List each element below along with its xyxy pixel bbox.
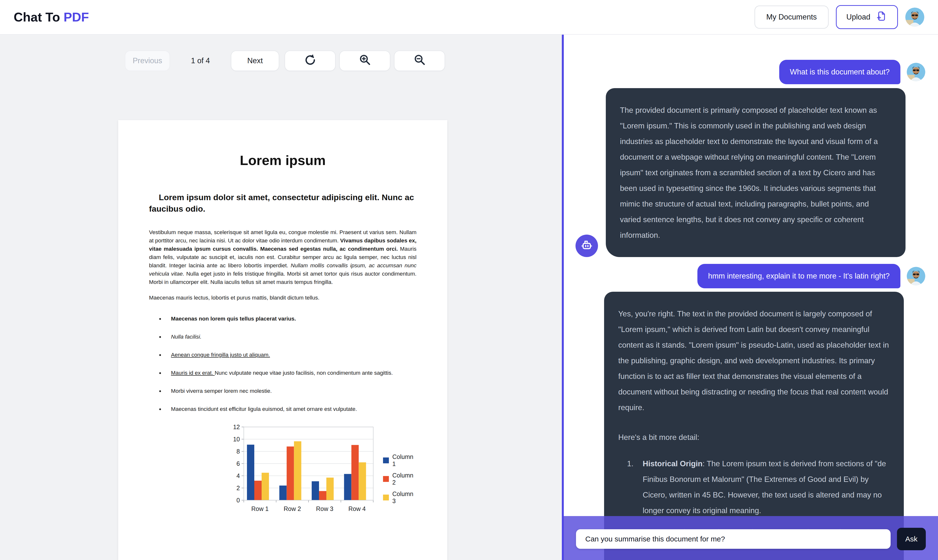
zoom-in-button[interactable]	[339, 51, 390, 71]
svg-text:4: 4	[236, 472, 240, 479]
app-header: Chat To PDF My Documents Upload	[0, 0, 938, 35]
brand-logo: Chat To PDF	[14, 10, 89, 25]
chart-bar	[294, 442, 301, 500]
list-item: Aenean congue fringilla justo ut aliquam…	[164, 351, 417, 359]
legend-label: Column 1	[392, 453, 418, 468]
list-number: 1.	[627, 456, 643, 518]
main-content: Previous 1 of 4 Next	[0, 35, 938, 560]
chart-bar	[359, 462, 366, 500]
list-item: Maecenas non lorem quis tellus placerat …	[164, 315, 417, 323]
chart-bar	[247, 445, 254, 500]
document-subtitle: Lorem ipsum dolor sit amet, consectetur …	[149, 192, 417, 215]
next-page-button[interactable]: Next	[231, 51, 279, 71]
bar-chart: 024681012Row 1Row 2Row 3Row 4 Column 1 C…	[230, 425, 418, 523]
zoom-out-icon	[413, 54, 426, 68]
user-message-row: What is this document about?	[564, 60, 925, 84]
chart-bar	[319, 491, 326, 500]
legend-item: Column 1	[383, 453, 418, 468]
svg-text:10: 10	[233, 436, 240, 443]
user-avatar	[907, 267, 925, 285]
chart-bar	[279, 486, 287, 500]
legend-swatch-column3	[383, 495, 389, 500]
legend-label: Column 2	[392, 472, 418, 486]
document-paragraph: Maecenas mauris lectus, lobortis et puru…	[149, 294, 417, 302]
list-item: Morbi viverra semper lorem nec molestie.	[164, 387, 417, 395]
bot-message-bubble: The provided document is primarily compo…	[606, 88, 906, 257]
bot-avatar	[575, 235, 598, 257]
chat-message-list[interactable]: What is this document about?	[564, 35, 938, 560]
svg-text:Row 3: Row 3	[316, 505, 333, 512]
svg-text:8: 8	[236, 448, 240, 455]
legend-swatch-column2	[383, 476, 389, 482]
pdf-toolbar: Previous 1 of 4 Next	[125, 51, 445, 71]
zoom-out-button[interactable]	[394, 51, 445, 71]
chart-bar	[326, 478, 334, 500]
chart-bar	[352, 445, 359, 500]
legend-item: Column 3	[383, 491, 418, 505]
user-message-bubble: What is this document about?	[779, 60, 900, 84]
file-plus-icon	[876, 10, 887, 24]
bot-message-text: Yes, you're right. The text in the provi…	[618, 306, 890, 415]
chart-legend: Column 1 Column 2 Column 3	[383, 453, 418, 505]
svg-text:6: 6	[236, 460, 240, 467]
user-avatar[interactable]	[905, 8, 924, 27]
list-item: 1. Historical Origin: The Lorem ipsum te…	[618, 456, 890, 518]
previous-label: Previous	[133, 56, 162, 65]
my-documents-label: My Documents	[766, 13, 817, 22]
user-avatar	[907, 63, 925, 81]
pdf-page: Lorem ipsum Lorem ipsum dolor sit amet, …	[118, 120, 447, 560]
legend-swatch-column1	[383, 457, 389, 463]
svg-text:0: 0	[236, 497, 240, 504]
page-indicator: 1 of 4	[170, 56, 231, 65]
legend-item: Column 2	[383, 472, 418, 486]
legend-label: Column 3	[392, 491, 418, 505]
rotate-clockwise-icon	[304, 54, 316, 68]
zoom-in-icon	[359, 54, 371, 68]
my-documents-button[interactable]: My Documents	[754, 6, 828, 29]
bot-message-text: Here's a bit more detail:	[618, 429, 890, 445]
svg-text:12: 12	[233, 425, 240, 430]
chart-bar	[287, 446, 294, 500]
document-bullet-list: Maecenas non lorem quis tellus placerat …	[149, 315, 417, 413]
upload-label: Upload	[846, 13, 870, 22]
robot-icon	[579, 238, 594, 254]
document-paragraph: Vestibulum neque massa, scelerisque sit …	[149, 228, 417, 286]
rotate-button[interactable]	[285, 51, 336, 71]
list-item: Maecenas tincidunt est efficitur ligula …	[164, 405, 417, 413]
previous-page-button[interactable]: Previous	[125, 51, 170, 71]
bot-message-row: The provided document is primarily compo…	[575, 88, 938, 257]
question-input[interactable]	[576, 529, 891, 549]
list-item: Nulla facilisi.	[164, 333, 417, 341]
chart-bar	[262, 473, 269, 500]
svg-text:2: 2	[236, 485, 240, 491]
svg-text:Row 2: Row 2	[284, 505, 301, 512]
user-message-row: hmm interesting, explain it to me more -…	[564, 264, 925, 288]
document-title: Lorem ipsum	[149, 152, 417, 168]
header-actions: My Documents Upload	[754, 5, 924, 29]
svg-text:Row 1: Row 1	[251, 505, 269, 512]
chat-input-bar: Ask	[576, 528, 926, 550]
pdf-viewer-pane: Previous 1 of 4 Next	[0, 35, 562, 560]
svg-text:Row 4: Row 4	[348, 505, 366, 512]
upload-button[interactable]: Upload	[836, 5, 898, 29]
chart-bar	[344, 474, 352, 500]
next-label: Next	[247, 56, 263, 65]
brand-accent-text: PDF	[63, 10, 89, 24]
chart-bar	[312, 482, 319, 500]
ask-button[interactable]: Ask	[897, 528, 926, 550]
chat-panel: What is this document about?	[562, 35, 938, 560]
chart-bar	[254, 481, 262, 500]
user-message-bubble: hmm interesting, explain it to me more -…	[697, 264, 900, 288]
brand-text: Chat To	[14, 10, 63, 24]
bot-message-text: The provided document is primarily compo…	[620, 102, 891, 243]
list-item: Mauris id ex erat. Nunc vulputate neque …	[164, 369, 417, 377]
